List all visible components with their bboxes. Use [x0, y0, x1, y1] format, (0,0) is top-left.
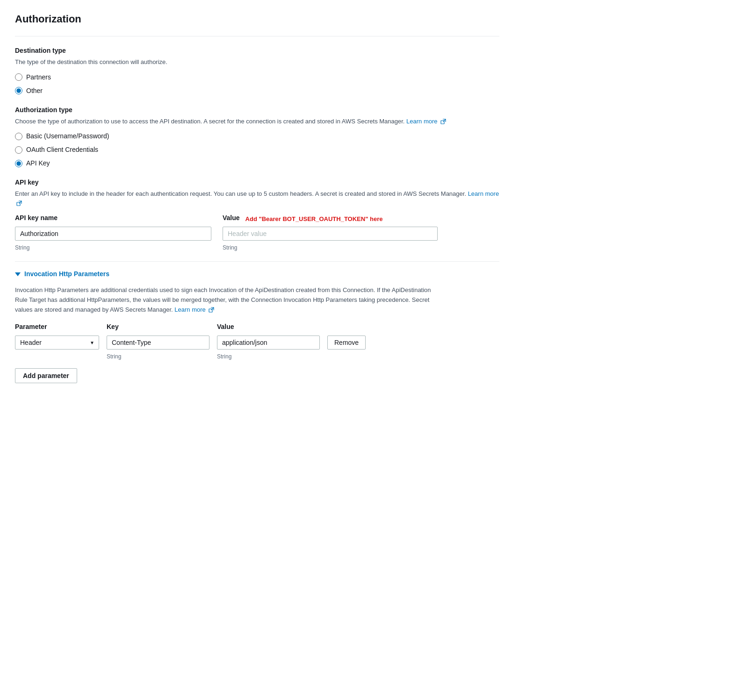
api-key-value-field: Value Add "Bearer BOT_USER_OAUTH_TOKEN" …	[223, 213, 438, 252]
param-col-header-key: Key	[107, 322, 209, 332]
param-row: Header QueryString Body ▼ String String …	[15, 336, 499, 361]
api-key-name-field: API key name String	[15, 213, 211, 252]
param-parameter-select[interactable]: Header QueryString Body	[15, 336, 99, 350]
api-key-name-input[interactable]	[15, 227, 211, 241]
destination-type-partners-radio[interactable]	[15, 73, 22, 81]
invocation-section: Invocation Http Parameters Invocation Ht…	[15, 261, 499, 383]
param-col-header-value: Value	[217, 322, 320, 332]
page-title: Authorization	[15, 11, 499, 27]
api-key-value-type: String	[223, 243, 438, 252]
destination-type-desc: The type of the destination this connect…	[15, 57, 499, 67]
destination-type-other-radio[interactable]	[15, 87, 22, 94]
collapse-triangle-icon	[15, 272, 21, 276]
params-column-headers: Parameter Key Value	[15, 322, 499, 332]
param-value-field: String	[217, 336, 320, 361]
auth-type-basic-label[interactable]: Basic (Username/Password)	[26, 131, 109, 141]
api-key-section: API key Enter an API key to include in t…	[15, 178, 499, 252]
authorization-type-section: Authorization type Choose the type of au…	[15, 105, 499, 169]
destination-type-other-label[interactable]: Other	[26, 86, 43, 96]
api-key-section-desc: Enter an API key to include in the heade…	[15, 189, 499, 207]
authorization-type-learn-more-link[interactable]: Learn more	[406, 118, 446, 125]
param-col-header-parameter: Parameter	[15, 322, 99, 332]
destination-type-partners-item[interactable]: Partners	[15, 72, 499, 82]
api-key-value-input[interactable]	[223, 227, 438, 241]
invocation-learn-more-link[interactable]: Learn more	[174, 306, 214, 313]
invocation-external-link-icon	[209, 307, 214, 313]
destination-type-label: Destination type	[15, 46, 499, 56]
api-key-fields-row: API key name String Value Add "Bearer BO…	[15, 213, 499, 252]
api-key-name-field-label: API key name	[15, 213, 211, 223]
param-parameter-select-wrapper: Header QueryString Body ▼	[15, 336, 99, 350]
auth-type-basic-item[interactable]: Basic (Username/Password)	[15, 131, 499, 141]
api-key-value-annotation: Add "Bearer BOT_USER_OAUTH_TOKEN" here	[245, 214, 383, 224]
page-container: Authorization Destination type The type …	[0, 0, 514, 394]
destination-type-section: Destination type The type of the destina…	[15, 46, 499, 96]
auth-type-apikey-item[interactable]: API Key	[15, 158, 499, 168]
invocation-section-title: Invocation Http Parameters	[24, 269, 109, 279]
invocation-collapsible-header[interactable]: Invocation Http Parameters	[15, 269, 499, 279]
auth-type-oauth-item[interactable]: OAuth Client Credentials	[15, 145, 499, 155]
authorization-type-desc: Choose the type of authorization to use …	[15, 117, 499, 126]
auth-type-basic-radio[interactable]	[15, 133, 22, 140]
api-key-external-link-icon	[16, 200, 22, 206]
api-key-value-label-row: Value Add "Bearer BOT_USER_OAUTH_TOKEN" …	[223, 213, 438, 225]
auth-type-oauth-radio[interactable]	[15, 146, 22, 154]
auth-type-apikey-label[interactable]: API Key	[26, 158, 50, 168]
param-value-type: String	[217, 352, 320, 361]
auth-type-apikey-radio[interactable]	[15, 160, 22, 167]
api-key-name-type: String	[15, 243, 211, 252]
authorization-type-label: Authorization type	[15, 105, 499, 115]
param-key-type: String	[107, 352, 209, 361]
destination-type-radio-group: Partners Other	[15, 72, 499, 96]
section-divider	[15, 36, 499, 36]
invocation-desc: Invocation Http Parameters are additiona…	[15, 286, 436, 314]
add-parameter-button[interactable]: Add parameter	[15, 368, 77, 383]
external-link-icon	[440, 119, 446, 124]
destination-type-other-item[interactable]: Other	[15, 86, 499, 96]
api-key-section-label: API key	[15, 178, 499, 187]
auth-type-oauth-label[interactable]: OAuth Client Credentials	[26, 145, 98, 155]
api-key-value-field-label: Value	[223, 213, 240, 223]
param-value-input[interactable]	[217, 336, 320, 350]
param-remove-button[interactable]: Remove	[327, 336, 366, 350]
param-key-input[interactable]	[107, 336, 209, 350]
authorization-type-radio-group: Basic (Username/Password) OAuth Client C…	[15, 131, 499, 168]
destination-type-partners-label[interactable]: Partners	[26, 72, 51, 82]
param-key-field: String	[107, 336, 209, 361]
